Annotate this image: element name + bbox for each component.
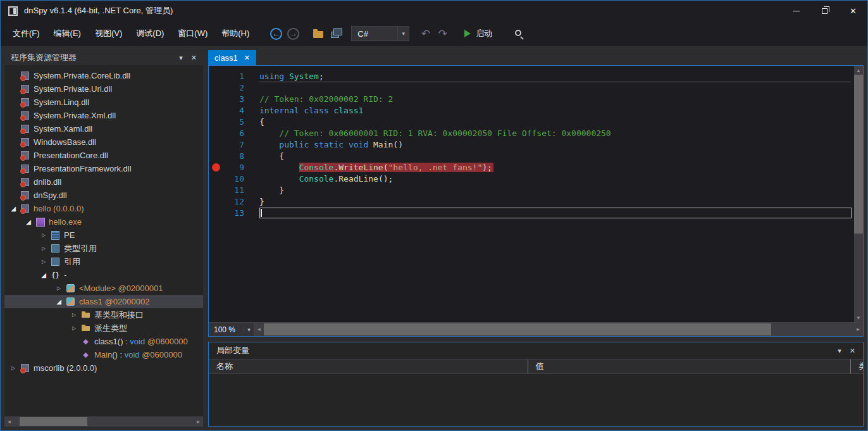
- start-button[interactable]: 启动: [459, 28, 498, 39]
- locals-header[interactable]: 局部变量 ▾ ✕: [209, 342, 863, 359]
- scroll-down-icon[interactable]: ▼: [854, 313, 863, 322]
- explorer-hscrollbar[interactable]: ◄ ►: [4, 416, 203, 427]
- menu-item-5[interactable]: 窗口(W): [171, 24, 214, 43]
- tree-item[interactable]: WindowsBase.dll: [4, 135, 203, 149]
- expander-collapsed-icon[interactable]: ▷: [53, 285, 65, 291]
- editor-vscrollbar[interactable]: ▲ ▼: [854, 66, 863, 322]
- breakpoint-margin[interactable]: [209, 208, 223, 219]
- explorer-header[interactable]: 程序集资源管理器 ▾ ✕: [4, 50, 203, 65]
- tab-close-icon[interactable]: ✕: [244, 54, 250, 62]
- scrollbar-thumb[interactable]: [264, 323, 771, 335]
- menu-item-4[interactable]: 调试(D): [129, 24, 171, 43]
- code-line-1[interactable]: 1using System;: [209, 71, 854, 82]
- expander-expanded-icon[interactable]: ◢: [22, 218, 35, 225]
- expander-expanded-icon[interactable]: ◢: [7, 205, 20, 212]
- code-line-3[interactable]: 3// Token: 0x02000002 RID: 2: [209, 94, 854, 105]
- tree-item[interactable]: System.Private.Xml.dll: [4, 109, 203, 122]
- navigate-back-button[interactable]: ←: [268, 25, 285, 42]
- tree-item[interactable]: ◢class1 @02000002: [4, 295, 203, 308]
- close-button[interactable]: ✕: [839, 1, 867, 21]
- code-line-6[interactable]: 6 // Token: 0x06000001 RID: 1 RVA: 0x000…: [209, 128, 854, 139]
- maximize-button[interactable]: [810, 1, 839, 21]
- tree-item[interactable]: ◢hello.exe: [4, 215, 203, 228]
- locals-column-3[interactable]: 类: [851, 359, 863, 373]
- minimize-button[interactable]: [782, 1, 810, 21]
- tree-item[interactable]: System.Linq.dll: [4, 96, 203, 109]
- menu-item-1[interactable]: 文件(F): [6, 24, 47, 43]
- scroll-left-icon[interactable]: ◄: [254, 327, 264, 332]
- code-line-8[interactable]: 8 {: [209, 151, 854, 162]
- tree-item[interactable]: ▷引用: [4, 255, 203, 268]
- expander-expanded-icon[interactable]: ◢: [37, 272, 50, 278]
- tree-item[interactable]: ▷PE: [4, 228, 203, 242]
- expander-collapsed-icon[interactable]: ▷: [37, 232, 50, 238]
- editor-hscrollbar[interactable]: ◄ ►: [254, 323, 863, 336]
- code-line-2[interactable]: 2: [209, 82, 854, 94]
- panel-close-icon[interactable]: ✕: [191, 54, 197, 62]
- title-bar[interactable]: dnSpy v6.1.4 (64-bit, .NET Core, 管理员) ✕: [1, 1, 867, 21]
- breakpoint-margin[interactable]: [209, 173, 223, 185]
- tree-item[interactable]: ◆class1() : void @0600000: [4, 335, 203, 348]
- tree-item[interactable]: dnSpy.dll: [4, 189, 203, 202]
- code-lines[interactable]: 1using System;23// Token: 0x02000002 RID…: [209, 66, 854, 322]
- panel-position-icon[interactable]: ▾: [838, 347, 841, 355]
- tree-item[interactable]: ▷类型引用: [4, 242, 203, 255]
- menu-item-2[interactable]: 编辑(E): [47, 24, 88, 43]
- scroll-up-icon[interactable]: ▲: [854, 66, 863, 75]
- breakpoint-margin[interactable]: [209, 128, 223, 139]
- code-line-7[interactable]: 7 public static void Main(): [209, 139, 854, 151]
- expander-collapsed-icon[interactable]: ▷: [37, 259, 50, 265]
- scroll-left-icon[interactable]: ◄: [4, 419, 14, 425]
- zoom-dropdown-icon[interactable]: ▾: [244, 327, 254, 333]
- tree-item[interactable]: ▷基类型和接口: [4, 308, 203, 322]
- code-line-12[interactable]: 12}: [209, 196, 854, 208]
- menu-item-6[interactable]: 帮助(H): [214, 24, 256, 43]
- scroll-right-icon[interactable]: ►: [194, 419, 203, 425]
- breakpoint-icon[interactable]: [212, 163, 220, 172]
- open-module-button[interactable]: [326, 25, 344, 42]
- breakpoint-margin[interactable]: [209, 139, 223, 151]
- panel-close-icon[interactable]: ✕: [850, 347, 855, 355]
- tree-item[interactable]: System.Private.Uri.dll: [4, 82, 203, 96]
- language-select[interactable]: C# ▾: [351, 26, 409, 41]
- search-button[interactable]: [511, 25, 528, 42]
- tree-item[interactable]: ◢hello (0.0.0.0): [4, 202, 203, 215]
- breakpoint-margin[interactable]: [209, 185, 223, 196]
- redo-button[interactable]: ↷: [434, 25, 451, 42]
- tree-item[interactable]: ◢{}-: [4, 268, 203, 282]
- scrollbar-thumb[interactable]: [854, 75, 863, 234]
- expander-collapsed-icon[interactable]: ▷: [68, 325, 80, 331]
- breakpoint-margin[interactable]: [209, 105, 223, 116]
- breakpoint-margin[interactable]: [209, 116, 223, 128]
- tree-item[interactable]: ◆Main() : void @0600000: [4, 348, 203, 361]
- tab-class1[interactable]: class1 ✕: [208, 50, 256, 65]
- undo-button[interactable]: ↶: [417, 25, 434, 42]
- tree-item[interactable]: PresentationCore.dll: [4, 149, 203, 162]
- locals-column-1[interactable]: 名称: [209, 359, 528, 373]
- tree-item[interactable]: ▷派生类型: [4, 322, 203, 335]
- code-line-9[interactable]: 9 Console.WriteLine("hello, .net fans!")…: [209, 162, 854, 173]
- language-dropdown-icon[interactable]: ▾: [397, 27, 409, 41]
- breakpoint-margin[interactable]: [209, 82, 223, 94]
- expander-collapsed-icon[interactable]: ▷: [68, 312, 80, 318]
- locals-column-2[interactable]: 值: [528, 359, 852, 373]
- breakpoint-margin[interactable]: [209, 94, 223, 105]
- tree-item[interactable]: System.Private.CoreLib.dll: [4, 69, 203, 82]
- tree-item[interactable]: ▷mscorlib (2.0.0.0): [4, 361, 203, 375]
- tree-item[interactable]: dnlib.dll: [4, 175, 203, 189]
- breakpoint-margin[interactable]: [209, 151, 223, 162]
- zoom-select[interactable]: 100 % ▾: [209, 323, 254, 336]
- breakpoint-margin[interactable]: [209, 162, 223, 173]
- tree-item[interactable]: ▷<Module> @02000001: [4, 282, 203, 295]
- open-file-button[interactable]: [309, 25, 326, 42]
- code-line-5[interactable]: 5{: [209, 116, 854, 128]
- code-line-11[interactable]: 11 }: [209, 185, 854, 196]
- tree-item[interactable]: PresentationFramework.dll: [4, 162, 203, 175]
- tree-item[interactable]: System.Xaml.dll: [4, 122, 203, 135]
- expander-collapsed-icon[interactable]: ▷: [37, 246, 50, 251]
- scrollbar-track[interactable]: [14, 416, 194, 427]
- panel-position-icon[interactable]: ▾: [179, 54, 183, 62]
- navigate-forward-button[interactable]: →: [285, 25, 302, 42]
- breakpoint-margin[interactable]: [209, 196, 223, 208]
- code-line-13[interactable]: 13: [209, 208, 854, 219]
